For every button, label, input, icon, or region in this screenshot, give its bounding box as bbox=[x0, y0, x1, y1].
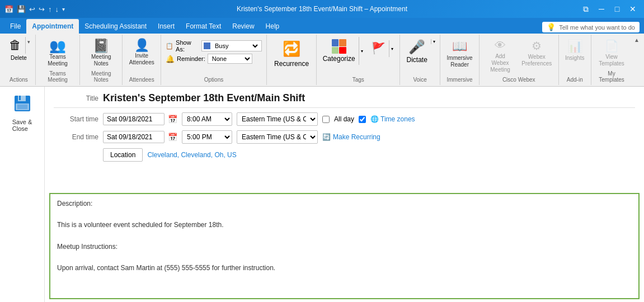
tab-review[interactable]: Review bbox=[227, 19, 260, 34]
view-templates-label: ViewTemplates bbox=[599, 54, 624, 67]
recurrence-button[interactable]: 🔁 Recurrence bbox=[270, 37, 313, 71]
reminder-row: 🔔 Reminder: None 0 minutes 5 minutes 15 … bbox=[166, 54, 252, 64]
dictate-button[interactable]: 🎤 Dictate bbox=[403, 37, 430, 66]
end-tz-select[interactable]: Eastern Time (US & Cana Central Time (US… bbox=[237, 130, 318, 144]
dictate-split: 🎤 Dictate ▾ bbox=[403, 37, 436, 66]
invite-icon: 👤 bbox=[134, 39, 149, 51]
window-title: Kristen's September 18th Event/Main Shif… bbox=[237, 5, 407, 13]
maximize-button[interactable]: □ bbox=[610, 2, 624, 16]
recurrence-label: Recurrence bbox=[274, 60, 309, 68]
categorize-dropdown[interactable]: ▾ bbox=[359, 37, 365, 65]
microphone-icon: 🎤 bbox=[408, 39, 425, 55]
dictate-wrap: 🎤 Dictate ▾ bbox=[403, 37, 436, 66]
webex-prefs-icon: ⚙ bbox=[532, 39, 542, 53]
view-templates-button[interactable]: 📄 ViewTemplates bbox=[595, 37, 628, 69]
group-attendees: 👤 InviteAttendees Attendees bbox=[123, 35, 161, 85]
categorize-label: Categorize bbox=[323, 55, 355, 63]
tab-insert[interactable]: Insert bbox=[152, 19, 180, 34]
webex-items: 👁 Add WebexMeeting ⚙ WebexPreferences bbox=[483, 37, 555, 76]
end-date-input[interactable] bbox=[103, 131, 164, 143]
my-templates-label: My Templates bbox=[595, 69, 628, 83]
description-area[interactable]: Description:This is a volunteer event sc… bbox=[49, 193, 640, 299]
quick-undo[interactable]: ↩ bbox=[29, 5, 35, 13]
start-date-input[interactable] bbox=[103, 113, 164, 125]
teams-meeting-button[interactable]: 👥 TeamsMeeting bbox=[44, 37, 71, 69]
search-placeholder: Tell me what you want to do bbox=[559, 24, 635, 31]
webex-prefs-button[interactable]: ⚙ WebexPreferences bbox=[519, 37, 554, 69]
time-zones-link[interactable]: Time zones bbox=[380, 115, 415, 123]
show-as-control[interactable]: Busy Free Tentative Out of Office bbox=[201, 40, 262, 51]
immersive-reader-button[interactable]: 📖 ImmersiveReader bbox=[444, 37, 476, 70]
immersive-items: 📖 ImmersiveReader bbox=[444, 37, 476, 76]
insights-button[interactable]: 📊 Insights bbox=[562, 37, 587, 64]
minimize-button[interactable]: ─ bbox=[595, 2, 608, 16]
end-time-select[interactable]: 5:00 PM 5:30 PM 6:00 PM bbox=[182, 130, 232, 144]
add-webex-icon: 👁 bbox=[495, 39, 506, 52]
form-area: Title Kristen's September 18th Event/Mai… bbox=[45, 87, 644, 193]
start-time-label: Start time bbox=[54, 115, 98, 123]
tab-help[interactable]: Help bbox=[260, 19, 285, 34]
flag-button[interactable]: 🚩 bbox=[368, 39, 389, 57]
quick-redo[interactable]: ↪ bbox=[39, 5, 45, 13]
categorize-button[interactable]: Categorize bbox=[319, 37, 359, 65]
delete-dropdown[interactable]: ▾ bbox=[25, 37, 32, 54]
teams-items: 👥 TeamsMeeting bbox=[44, 37, 71, 69]
voice-group-label: Voice bbox=[413, 76, 426, 83]
all-day-label: All day bbox=[334, 115, 354, 123]
quick-save[interactable]: 💾 bbox=[17, 5, 26, 13]
end-calendar-icon[interactable]: 📅 bbox=[168, 133, 177, 141]
options-group-label: Options bbox=[204, 76, 223, 83]
quick-down[interactable]: ↓ bbox=[55, 5, 59, 13]
all-day-checkbox[interactable] bbox=[322, 116, 330, 123]
immersive-reader-icon: 📖 bbox=[452, 39, 467, 54]
tab-format-text[interactable]: Format Text bbox=[180, 19, 227, 34]
flag-wrap: 🚩 ▾ bbox=[366, 37, 397, 59]
ribbon: 🗑 ▾ Delete Actions 👥 TeamsMeeting Teams … bbox=[0, 34, 644, 87]
busy-color-box bbox=[204, 43, 210, 49]
ribbon-collapse[interactable]: ▲ bbox=[632, 35, 642, 85]
restore-button[interactable]: ⧉ bbox=[579, 2, 593, 16]
group-tags: Categorize ▾ 🚩 ▾ Tags bbox=[317, 35, 400, 85]
meeting-notes-button[interactable]: 📓 MeetingNotes bbox=[88, 37, 115, 69]
quick-dropdown[interactable]: ▾ bbox=[62, 6, 65, 12]
attendees-group-label: Attendees bbox=[129, 76, 154, 83]
invite-attendees-button[interactable]: 👤 InviteAttendees bbox=[126, 37, 158, 68]
location-button[interactable]: Location bbox=[103, 148, 143, 162]
search-box[interactable]: 💡 Tell me what you want to do bbox=[542, 22, 640, 32]
group-voice: 🎤 Dictate ▾ Voice bbox=[400, 35, 440, 85]
title-label: Title bbox=[54, 95, 98, 102]
dictate-dropdown[interactable]: ▾ bbox=[431, 39, 437, 44]
notes-label: MeetingNotes bbox=[91, 54, 111, 67]
actions-label: Actions bbox=[10, 76, 28, 83]
save-close-button[interactable]: Save &Close bbox=[7, 91, 37, 135]
dictate-label: Dictate bbox=[406, 56, 427, 64]
location-value[interactable]: Cleveland, Cleveland, Oh, US bbox=[147, 151, 236, 159]
tab-file[interactable]: File bbox=[4, 19, 26, 34]
reminder-select[interactable]: None 0 minutes 5 minutes 15 minutes bbox=[208, 54, 252, 64]
teams-icon: 👥 bbox=[49, 39, 66, 53]
time-zones-checkbox[interactable] bbox=[359, 116, 366, 123]
start-tz-select[interactable]: Eastern Time (US & Cana Central Time (US… bbox=[237, 112, 318, 126]
tab-scheduling[interactable]: Scheduling Assistant bbox=[79, 19, 152, 34]
tags-group-label: Tags bbox=[352, 76, 364, 83]
webex-prefs-label: WebexPreferences bbox=[521, 54, 552, 67]
categorize-icon bbox=[332, 39, 346, 54]
close-button[interactable]: ✕ bbox=[626, 2, 640, 16]
delete-button[interactable]: 🗑 bbox=[5, 37, 25, 54]
main-content: Save &Close Title Kristen's September 18… bbox=[0, 87, 644, 302]
cisco-webex-group-label: Cisco Webex bbox=[502, 76, 535, 83]
quick-up[interactable]: ↑ bbox=[48, 5, 52, 13]
teams-group-label: Teams Meeting bbox=[39, 69, 76, 83]
title-value: Kristen's September 18th Event/Main Shif… bbox=[103, 92, 635, 104]
flag-dropdown[interactable]: ▾ bbox=[389, 40, 395, 57]
start-time-select[interactable]: 8:00 AM 8:30 AM 9:00 AM bbox=[182, 112, 232, 126]
make-recurring-link[interactable]: 🔄 Make Recurring bbox=[322, 133, 380, 141]
tab-appointment[interactable]: Appointment bbox=[26, 19, 79, 34]
content-wrapper: Title Kristen's September 18th Event/Mai… bbox=[45, 87, 644, 302]
show-as-select[interactable]: Busy Free Tentative Out of Office bbox=[211, 41, 260, 50]
start-calendar-icon[interactable]: 📅 bbox=[168, 115, 177, 124]
actions-items: 🗑 ▾ Delete bbox=[5, 37, 32, 76]
app-icon: 📅 bbox=[4, 5, 13, 13]
add-webex-button[interactable]: 👁 Add WebexMeeting bbox=[483, 37, 518, 76]
save-close-icon bbox=[13, 95, 31, 116]
